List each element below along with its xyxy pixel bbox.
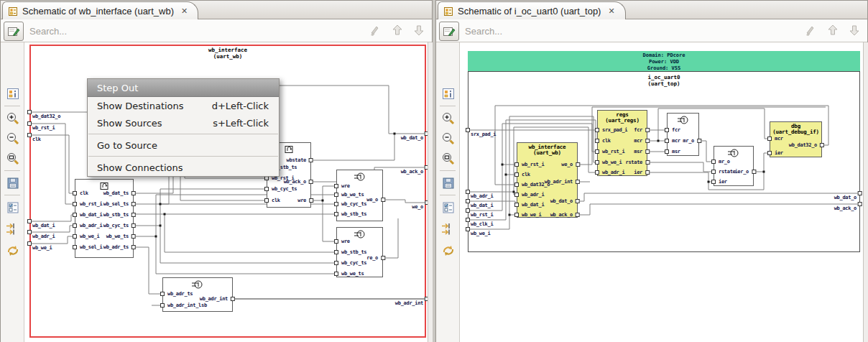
port-label[interactable]: wb_dat_o [550,198,578,204]
menu-item-show-connections[interactable]: Show Connections [88,159,279,176]
port-label[interactable]: mcr [634,138,647,144]
edge-port[interactable]: wb_we_i [471,231,490,236]
edge-port[interactable]: wb_ack_o [401,169,423,175]
clear-search-icon[interactable] [369,23,382,37]
tab-schematic-wb-interface[interactable]: Schematic of wb_interface (uart_wb) ✕ [2,1,198,20]
edge-port[interactable]: clk [32,137,41,142]
port-label[interactable]: mr_o [683,138,699,144]
zoom-out-button[interactable] [440,130,456,147]
edge-port[interactable]: wb_adr_i [471,193,493,199]
port-label[interactable]: fcr [634,127,647,133]
filters-button[interactable] [4,199,21,216]
edge-port[interactable]: wb_we_i [32,245,52,251]
menu-item-step-out[interactable]: Step Out [88,79,279,97]
port-label[interactable]: wb_we_ts [336,271,364,277]
search-input[interactable] [28,22,318,40]
port-label[interactable]: wb_we_ts [106,234,134,239]
port-label[interactable]: wb_cyc_ts [103,223,134,228]
port-label[interactable]: wb_stb_ts [336,211,366,217]
port-label[interactable]: wre [297,198,311,203]
port-label[interactable]: fcr [667,127,680,133]
port-label[interactable]: wb_stb_ts [103,212,134,218]
search-input[interactable] [463,22,754,40]
find-next-icon[interactable] [413,23,425,37]
refresh-button[interactable] [4,242,21,259]
port-label[interactable]: wb_rst_i [597,149,624,154]
refresh-button[interactable] [440,242,456,259]
vertical-scrollbar[interactable] [863,42,868,342]
save-button[interactable] [440,175,456,191]
port-label[interactable]: re_o [366,255,383,261]
schematic-canvas-right[interactable]: Domain: PDcore Power: VDD Ground: VSS i_… [460,42,863,342]
port-label[interactable]: wre [336,239,350,244]
menu-item-show-sources[interactable]: Show Sources s+Left-Click [88,114,279,131]
port-label[interactable]: we_o [561,162,578,167]
port-label[interactable]: wb_dat_ts [103,190,134,196]
port-label[interactable]: wb_we_i [517,212,541,218]
port-label[interactable]: we_o [366,197,383,203]
port-label[interactable]: wbstate [287,157,311,163]
zoom-out-button[interactable] [4,130,21,147]
port-label[interactable]: wb_dat_i [75,212,102,218]
port-label[interactable]: wb_adr_int_lsb [162,302,207,308]
port-label[interactable]: wb_rst_i [75,201,102,207]
port-label[interactable]: mr_o [714,159,730,165]
port-label[interactable]: srx_pad_i [597,127,627,133]
port-label[interactable]: wre [336,183,350,189]
menu-item-show-destinations[interactable]: Show Destinations d+Left-Click [88,97,279,114]
zoom-fit-button[interactable] [440,150,456,167]
port-label[interactable]: clk [517,172,530,177]
properties-button[interactable] [440,86,456,102]
port-label[interactable]: wb_dat32_o [789,142,822,148]
port-label[interactable]: ier_o [734,169,754,175]
edge-port[interactable]: wb_ack_o [834,205,857,211]
zoom-in-button[interactable] [4,110,21,126]
port-label[interactable]: rstate [714,169,736,175]
port-label[interactable]: wb_we_i [75,234,99,239]
port-label[interactable]: mcr [667,138,680,144]
port-label[interactable]: clk [597,138,611,144]
edge-port[interactable]: wb_dat_o [401,135,423,141]
port-label[interactable]: clk [267,198,280,203]
new-schematic-view-button[interactable] [4,22,24,41]
port-label[interactable]: wb_adr_int [545,179,578,185]
port-label[interactable]: wb_cyc_ts [336,201,366,207]
port-label[interactable]: wb_cyc_ts [336,260,366,266]
pin-trace-button[interactable] [440,221,456,237]
port-label[interactable]: wb_adr_ts [162,291,193,297]
port-label[interactable]: mcr [770,136,783,142]
port-label[interactable]: wb_ack_o [284,179,311,185]
edge-port[interactable]: wb_rst_i [471,212,493,218]
port-label[interactable]: wb_adr_i [75,223,102,228]
port-label[interactable]: ier [714,179,727,185]
zoom-fit-button[interactable] [4,150,21,167]
port-label[interactable]: wb_adr_int [200,296,233,302]
port-label[interactable]: wb_adr_ts [103,244,134,250]
clear-search-icon[interactable] [804,23,817,37]
port-label[interactable]: wb_sel_ts [103,201,134,207]
filters-button[interactable] [440,199,456,216]
port-label[interactable]: wb_rst_i [517,162,544,167]
tab-schematic-i-oc-uart0[interactable]: Schematic of i_oc_uart0 (uart_top) ✕ [438,1,626,20]
port-label[interactable]: wb_cyc_ts [267,186,297,192]
port-label[interactable]: wb_ack_o [550,212,578,218]
properties-button[interactable] [4,86,21,102]
port-label[interactable]: ier [634,170,647,175]
port-label[interactable]: wb_sel_i [75,244,102,250]
edge-port[interactable]: we_o [412,204,423,210]
port-label[interactable]: wb_we_ts [336,192,364,198]
menu-item-go-to-source[interactable]: Go to Source [88,137,279,154]
port-label[interactable]: rstate [626,160,648,165]
port-label[interactable]: ier [770,150,783,156]
pin-trace-button[interactable] [4,221,21,237]
close-icon[interactable]: ✕ [608,6,614,16]
port-label[interactable]: msr [634,149,647,154]
edge-port[interactable]: wb_dat_i [471,203,493,208]
edge-port[interactable]: wb_adr_i [32,234,55,239]
edge-port[interactable]: wb_rst_i [32,125,55,131]
edge-port[interactable]: wb_dat_o [834,195,857,200]
edge-port[interactable]: srx_pad_i [471,131,496,137]
port-label[interactable]: msr [667,149,680,154]
port-label[interactable]: wb_stb_ts [336,249,366,255]
port-label[interactable]: wb_adr_i [517,192,544,198]
